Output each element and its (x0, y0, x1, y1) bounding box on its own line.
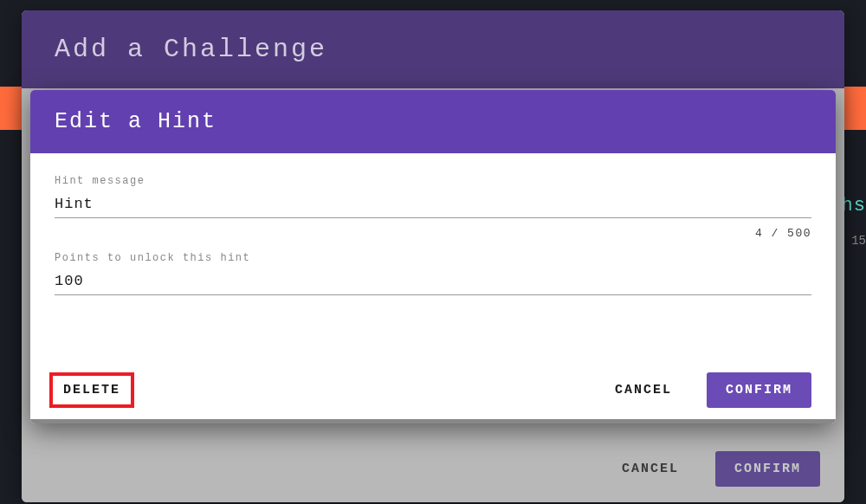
add-challenge-title: Add a Challenge (55, 35, 811, 64)
scrollbar[interactable] (30, 419, 836, 423)
hint-message-label: Hint message (55, 175, 811, 187)
hint-message-counter: 4 / 500 (55, 227, 811, 240)
points-field: Points to unlock this hint (55, 252, 811, 295)
backdrop-partial-text-2: 15 (851, 234, 866, 248)
points-input[interactable] (55, 269, 811, 295)
edit-hint-body: Hint message 4 / 500 Points to unlock th… (30, 153, 836, 316)
confirm-button[interactable]: CONFIRM (707, 372, 811, 408)
hint-message-field: Hint message (55, 175, 811, 218)
hint-message-input[interactable] (55, 192, 811, 218)
edit-hint-modal: Edit a Hint Hint message 4 / 500 Points … (30, 90, 836, 423)
points-label: Points to unlock this hint (55, 252, 811, 264)
delete-button[interactable]: DELETE (49, 372, 134, 408)
cancel-button[interactable]: CANCEL (596, 372, 691, 408)
edit-hint-actions: DELETE CANCEL CONFIRM (49, 372, 811, 408)
backdrop-partial-text: hs (842, 195, 866, 216)
add-challenge-header: Add a Challenge (22, 10, 844, 92)
cancel-button[interactable]: CANCEL (603, 451, 698, 487)
edit-hint-header: Edit a Hint (30, 90, 836, 153)
add-challenge-actions: CANCEL CONFIRM (603, 451, 820, 487)
edit-hint-title: Edit a Hint (55, 109, 811, 134)
confirm-button[interactable]: CONFIRM (715, 451, 820, 487)
